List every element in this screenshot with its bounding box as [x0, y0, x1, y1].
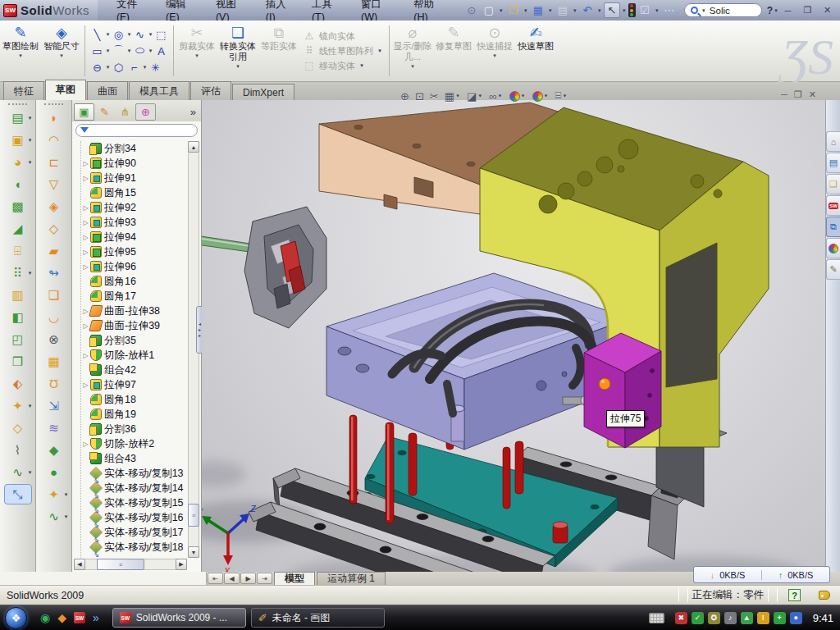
solidworks-resources-tab[interactable]: ⌂ — [826, 131, 840, 152]
last-tab-button[interactable]: ⇥ — [257, 573, 272, 584]
slot-icon-dropdown[interactable]: ▾ — [105, 64, 111, 71]
taskbar-button[interactable]: SWSolidWorks 2009 - ... — [112, 608, 246, 628]
display-style-icon-dropdown[interactable]: ▾ — [477, 93, 483, 99]
search-input[interactable]: ▾ Solic — [684, 3, 762, 17]
reference-geometry-icon-dropdown[interactable]: ▾ — [27, 403, 34, 409]
tree-item[interactable]: 实体-移动/复制15 — [81, 495, 187, 510]
dimxpert-manager-tab[interactable]: ⊕ — [135, 103, 156, 121]
draft-button[interactable]: ◧ — [4, 307, 32, 327]
expand-arrow-icon[interactable]: ▷ — [81, 234, 90, 241]
dome-button[interactable]: ● — [40, 462, 68, 482]
graphics-viewport[interactable]: Y Z X 拉伸75 — [202, 100, 825, 572]
fillet-surface-button[interactable]: ◆ — [40, 440, 68, 460]
sketch-fillet-button[interactable]: ⌐▾ — [126, 60, 148, 75]
point-button[interactable]: ✳ — [148, 60, 163, 75]
offset-entities-button[interactable]: ⧉等距实体 — [258, 21, 299, 81]
select-arrow-icon[interactable]: ↖ — [604, 2, 620, 18]
tree-item[interactable]: 圆角17 — [81, 289, 187, 304]
apply-scene-button[interactable]: ▾ — [532, 91, 550, 102]
expand-arrow-icon[interactable]: ▷ — [81, 204, 90, 212]
tree-item[interactable]: ▷拉伸96 — [81, 259, 187, 274]
model-tab-模型[interactable]: 模型 — [274, 572, 315, 585]
fillet-icon-dropdown[interactable]: ▾ — [27, 159, 34, 166]
part-clamp-assembly[interactable] — [202, 207, 326, 328]
convert-entities-button-dropdown[interactable]: ▾ — [236, 63, 240, 70]
split-line-button[interactable]: Ʊ — [40, 373, 68, 394]
slot-button[interactable]: ⊖▾ — [89, 60, 111, 75]
display-delete-relations-button-dropdown[interactable]: ▾ — [411, 63, 414, 70]
open-icon-dropdown[interactable]: ▾ — [523, 7, 529, 14]
update-icon[interactable]: ▲ — [741, 612, 753, 624]
antivirus-icon[interactable]: ✖ — [675, 612, 687, 624]
line-icon-dropdown[interactable]: ▾ — [105, 31, 111, 38]
tree-item[interactable]: 圆角18 — [81, 392, 187, 407]
tree-item[interactable]: ▷切除-放样2 — [81, 436, 187, 451]
expand-arrow-icon[interactable]: ▷ — [81, 352, 90, 359]
filled-surface-button[interactable]: ◈ — [40, 196, 68, 217]
minimize-button[interactable]: ─ — [779, 3, 797, 17]
extruded-cut-button[interactable]: ▤▾ — [4, 107, 32, 128]
tree-item[interactable]: 实体-移动/复制16 — [81, 510, 187, 525]
undo-icon-dropdown[interactable]: ▾ — [596, 7, 603, 14]
options-icon[interactable]: ☑ — [637, 2, 653, 18]
repair-sketch-button[interactable]: ✎修复草图 — [433, 21, 474, 81]
tree-item[interactable]: 实体-移动/复制17 — [81, 525, 187, 540]
expand-arrow-icon[interactable]: ▷ — [81, 263, 90, 271]
zoom-to-area-button[interactable]: ⊡ — [415, 90, 424, 103]
arc-button[interactable]: ⌒▾ — [111, 43, 132, 59]
ruled-surface-button[interactable]: ↬ — [40, 262, 68, 283]
linear-pattern-button[interactable]: ⠿▾ — [4, 262, 32, 283]
tree-item[interactable]: 组合43 — [81, 451, 187, 466]
polygon-button[interactable]: ⬡ — [111, 60, 126, 75]
box-select-button[interactable]: ⬚ — [153, 27, 169, 43]
sketch-button-dropdown[interactable]: ▾ — [19, 52, 22, 59]
section-view-button[interactable]: ✂ — [430, 90, 439, 103]
solidworks-forum-tab[interactable]: SW — [826, 195, 840, 216]
tree-item[interactable]: ▷拉伸95 — [81, 244, 187, 259]
edit-appearance-button[interactable]: ▾ — [509, 91, 527, 102]
freeform-button[interactable]: ≋ — [40, 418, 68, 438]
combine-button[interactable]: ❒ — [4, 351, 32, 372]
configuration-manager-tab[interactable]: ⋔ — [115, 103, 135, 121]
tree-item[interactable]: ▷拉伸92 — [81, 200, 187, 215]
instant3d-button[interactable]: ⤡ — [4, 484, 32, 504]
view-orientation-button[interactable]: ▦▾ — [445, 90, 461, 103]
rectangle-icon-dropdown[interactable]: ▾ — [105, 48, 111, 54]
print-icon-dropdown[interactable]: ▾ — [572, 7, 578, 14]
tree-item[interactable]: 实体-移动/复制18 — [81, 540, 187, 555]
rapid-sketch-button[interactable]: ✍快速草图 — [515, 21, 556, 81]
appearances-scenes-tab[interactable] — [826, 238, 840, 258]
expand-arrow-icon[interactable]: ▷ — [81, 441, 90, 448]
tab-曲面[interactable]: 曲面 — [87, 81, 128, 100]
panel-overflow-button[interactable]: » — [190, 106, 199, 118]
launcher-icon[interactable]: ◆ — [57, 611, 66, 624]
planar-surface-button[interactable]: ◇ — [40, 218, 68, 239]
start-button[interactable]: ❖ — [5, 607, 27, 629]
select-arrow-icon-dropdown[interactable]: ▾ — [621, 7, 628, 14]
doc-minimize-button[interactable]: ─ — [781, 89, 788, 100]
tree-item[interactable]: ▷拉伸93 — [81, 215, 187, 230]
doc-close-button[interactable]: ✕ — [809, 89, 816, 100]
edit-appearance-icon-dropdown[interactable]: ▾ — [520, 93, 527, 99]
tree-item[interactable]: 实体-移动/复制13 — [81, 466, 187, 481]
curve-tools-button[interactable]: ∿▾ — [40, 506, 68, 527]
trim-entities-button[interactable]: ✂剪裁实体▾ — [176, 21, 217, 81]
expand-arrow-icon[interactable]: ▷ — [81, 249, 90, 256]
knit-surface-button[interactable]: ❏ — [40, 285, 68, 305]
next-tab-button[interactable]: ▶ — [240, 573, 256, 584]
expand-arrow-icon[interactable]: ▷ — [81, 160, 90, 167]
view-settings-button[interactable]: ⌸▾ — [555, 89, 568, 103]
tree-item[interactable]: ▷拉伸97 — [81, 377, 187, 392]
tab-草图[interactable]: 草图 — [45, 80, 86, 100]
reference-plane-icon-dropdown[interactable]: ▾ — [63, 491, 70, 498]
pin-icon[interactable]: ⊙ — [463, 2, 480, 18]
axis-button[interactable]: ⌇ — [4, 440, 32, 460]
sketch-text-button[interactable]: A — [153, 43, 169, 59]
doc-restore-button[interactable]: ❐ — [794, 89, 802, 100]
tree-item[interactable]: 组合42 — [81, 363, 187, 377]
tree-item[interactable]: 分割36 — [81, 422, 187, 436]
linear-sketch-pattern-button-dropdown[interactable]: ▾ — [377, 48, 383, 54]
view-settings-icon-dropdown[interactable]: ▾ — [561, 93, 568, 99]
tags-icon[interactable] — [819, 591, 830, 600]
expand-arrow-icon[interactable]: ▷ — [81, 381, 90, 389]
